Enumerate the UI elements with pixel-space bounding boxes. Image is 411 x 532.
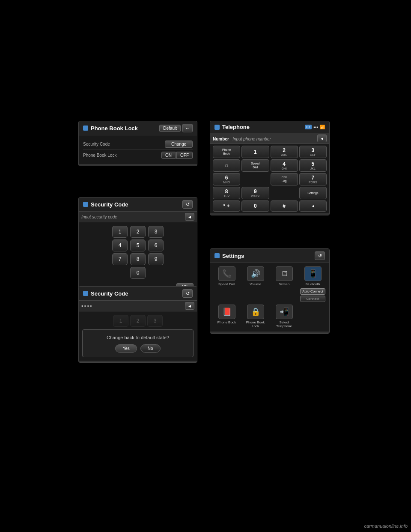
speeddial-label: Speed Dial	[218, 282, 235, 286]
numpad-row3: 7 8 9	[112, 253, 164, 265]
key-3[interactable]: 3	[148, 226, 164, 238]
telephone-status-icons: BT ▪▪▪ 📶	[305, 125, 325, 129]
back-button-security1[interactable]: ↺	[182, 200, 193, 209]
tel-key-5[interactable]: 5 JKL	[299, 159, 327, 172]
tel-key-2-sub: ABC	[281, 153, 287, 156]
backspace-button1[interactable]: ◄	[185, 213, 194, 221]
tel-backspace2[interactable]: ◄	[299, 200, 327, 212]
tel-clear-button[interactable]: □	[213, 159, 240, 172]
telephone-panel: Telephone BT ▪▪▪ 📶 Number Input phone nu…	[210, 121, 330, 215]
tel-key-0-label: 0	[254, 203, 257, 209]
key-6[interactable]: 6	[148, 239, 164, 251]
faded-key-2[interactable]: 2	[130, 315, 146, 327]
tel-key-star[interactable]: * +	[213, 200, 240, 212]
tel-key-6-sub: MNO	[223, 181, 230, 184]
security-code-panel2: Security Code ↺ •••• ◄ 1 2 3 Change back…	[78, 286, 197, 363]
tel-calllog-button[interactable]: CallLog	[271, 173, 298, 185]
tel-key-2[interactable]: 2 ABC	[271, 146, 298, 158]
tel-key-4-sub: GHI	[281, 167, 286, 170]
settings-item-speeddial[interactable]: 📞 Speed Dial	[214, 266, 240, 302]
page-container: Phone Book Lock Default ← Security Code …	[0, 0, 411, 532]
tel-clear-icon: □	[225, 164, 227, 168]
tel-key-3[interactable]: 3 DEF	[299, 146, 327, 158]
key-8[interactable]: 8	[130, 253, 146, 265]
default-button[interactable]: Default	[159, 125, 181, 132]
phonebook-lock-panel: Phone Book Lock Default ← Security Code …	[78, 121, 197, 166]
tel-key-hash[interactable]: #	[271, 200, 298, 212]
key-9[interactable]: 9	[148, 253, 164, 265]
back-button-settings[interactable]: ↺	[315, 251, 325, 260]
tel-phonebook-label: PhoneBook	[222, 148, 231, 155]
key-5[interactable]: 5	[130, 239, 146, 251]
back-button-phonebook[interactable]: ←	[182, 124, 193, 132]
dialog-buttons: Yes No	[87, 344, 189, 353]
key-7[interactable]: 7	[112, 253, 128, 265]
tel-settings-button[interactable]: Settings	[299, 187, 327, 199]
dialog-box: Change back to default state? Yes No	[82, 329, 194, 357]
settings-item-phonebooklock[interactable]: 🔒 Phone Book Lock	[242, 305, 268, 328]
tel-key-6[interactable]: 6 MNO	[213, 173, 240, 185]
settings-item-volume[interactable]: 🔊 Volume	[242, 266, 268, 302]
key-0[interactable]: 0	[130, 267, 146, 279]
tel-backspace2-icon: ◄	[311, 204, 315, 208]
tel-key-7[interactable]: 7 PQRS	[299, 173, 327, 185]
faded-key-3[interactable]: 3	[147, 315, 163, 327]
settings-item-bluetooth[interactable]: 📱 Bluetooth Auto Connect Connect	[300, 266, 326, 302]
tel-key-1[interactable]: 1	[241, 146, 269, 158]
tel-key-8[interactable]: 8 TUV	[213, 187, 240, 199]
number-placeholder: Input phone number	[232, 137, 271, 141]
security-code-icon2	[83, 291, 88, 296]
phonebook-lock-icon	[83, 126, 88, 131]
number-section: Number Input phone number	[213, 134, 271, 142]
screen-icon-box: 🖥	[276, 266, 293, 281]
tel-key-9[interactable]: 9 WXYZ	[241, 187, 269, 199]
no-button[interactable]: No	[140, 344, 161, 353]
security-input-placeholder: Input security code	[81, 215, 117, 219]
tel-backspace-button[interactable]: ◄	[317, 134, 327, 142]
tel-speeddial-button[interactable]: SpeedDial	[241, 159, 269, 172]
change-button[interactable]: Change	[165, 140, 193, 148]
settings-item-phonebook[interactable]: 📕 Phone Book	[214, 305, 240, 328]
back-button-security2[interactable]: ↺	[182, 289, 193, 298]
phonebook-lock-title: Phone Book Lock	[83, 125, 138, 132]
dialog-overlay: 1 2 3 Change back to default state? Yes …	[79, 311, 197, 361]
phonebook-lock-header: Phone Book Lock Default ←	[79, 121, 197, 135]
yes-button[interactable]: Yes	[115, 344, 137, 353]
settings-item-selecttelephone[interactable]: 📲 Select Telephone	[271, 305, 297, 328]
tel-speeddial-label: SpeedDial	[251, 162, 259, 169]
security-code-title2: Security Code	[83, 290, 128, 297]
faded-numpad-row: 1 2 3	[82, 315, 194, 327]
security-code-label: Security Code	[83, 142, 110, 146]
dialog-text: Change back to default state?	[87, 335, 189, 340]
tel-key-9-sub: WXYZ	[251, 194, 259, 197]
signal-icon: ▪▪▪	[313, 125, 318, 129]
screen-label: Screen	[279, 282, 289, 286]
number-row: Number Input phone number ◄	[210, 133, 329, 144]
tel-key-4[interactable]: 4 GHI	[271, 159, 298, 172]
key-1[interactable]: 1	[112, 226, 128, 238]
tel-key-hash-label: #	[283, 203, 286, 209]
connect-button[interactable]: Connect	[300, 296, 325, 302]
bluetooth-icon-box: 📱	[304, 266, 322, 281]
tel-key-1-label: 1	[254, 149, 257, 155]
backspace-button2[interactable]: ◄	[185, 302, 194, 310]
key-4[interactable]: 4	[112, 239, 128, 251]
toggle-off-button[interactable]: OFF	[176, 152, 193, 159]
settings-panel-divider	[210, 332, 329, 333]
security-code-title-text2: Security Code	[91, 290, 128, 297]
toggle-on-button[interactable]: ON	[161, 152, 176, 159]
settings-item-screen[interactable]: 🖥 Screen	[271, 266, 297, 302]
telephone-numpad: PhoneBook 1 2 ABC 3 DEF □ SpeedDial 4	[210, 144, 329, 213]
settings-empty	[300, 305, 326, 328]
toggle-group: ON OFF	[161, 152, 193, 159]
auto-connect-button[interactable]: Auto Connect	[300, 288, 325, 295]
settings-panel: Settings ↺ 📞 Speed Dial 🔊 Volume 🖥 Scree…	[210, 248, 330, 334]
settings-body: 📞 Speed Dial 🔊 Volume 🖥 Screen 📱 Bluetoo…	[210, 263, 329, 332]
security-code-title1: Security Code	[83, 201, 128, 208]
tel-phonebook-button[interactable]: PhoneBook	[213, 146, 240, 158]
key-2[interactable]: 2	[130, 226, 146, 238]
tel-panel-divider	[210, 213, 329, 215]
faded-key-1[interactable]: 1	[113, 315, 128, 327]
security-input-bar1: Input security code ◄	[79, 212, 197, 222]
tel-key-0[interactable]: 0	[241, 200, 269, 212]
